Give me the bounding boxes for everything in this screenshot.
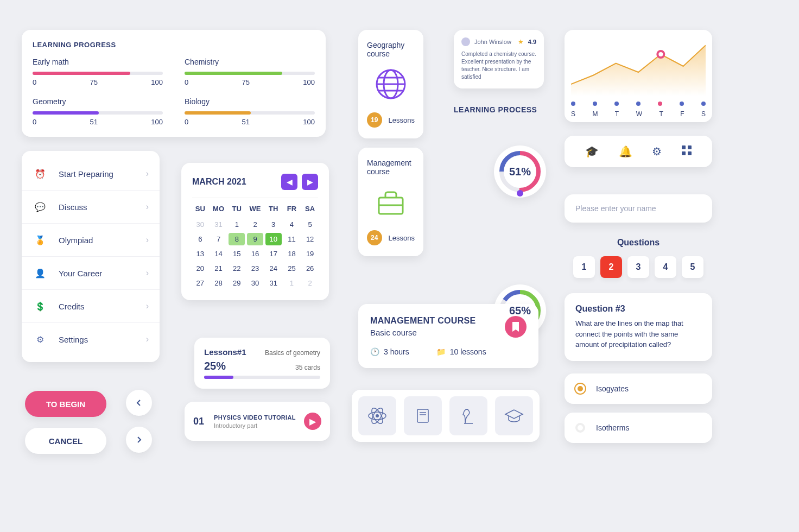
chevron-right-icon: › <box>146 202 149 212</box>
calendar-day[interactable]: 1 <box>284 277 300 289</box>
management-course-card[interactable]: Management course 24 Lessons <box>358 148 423 256</box>
video-tutorial-card[interactable]: 01 PHYSICS VIDEO TUTORIAL Introductory p… <box>185 402 330 441</box>
gear-icon[interactable]: ⚙ <box>652 145 662 158</box>
calendar-day[interactable]: 18 <box>284 248 300 260</box>
menu-icon: 💲 <box>33 299 48 314</box>
menu-icon: ⚙ <box>33 332 48 347</box>
calendar-day[interactable]: 30 <box>192 218 208 231</box>
menu-icon: ⏰ <box>33 166 48 181</box>
menu-item[interactable]: ⚙Settings› <box>22 323 160 356</box>
calendar-day[interactable]: 31 <box>211 218 227 231</box>
calendar-day[interactable]: 22 <box>229 262 245 275</box>
mgmt-subtitle: Basic course <box>370 328 475 337</box>
calendar-day[interactable]: 2 <box>302 277 318 289</box>
question-number-button[interactable]: 1 <box>573 256 595 278</box>
answer-label: Isogyates <box>596 384 629 393</box>
donut-value: 65% <box>509 305 531 317</box>
play-icon[interactable]: ▶ <box>304 413 321 430</box>
course-title: Geography course <box>367 41 415 58</box>
calendar-day[interactable]: 27 <box>192 277 208 289</box>
name-input[interactable]: Please enter your name <box>565 194 712 223</box>
svg-point-16 <box>376 414 379 417</box>
calendar-day[interactable]: 23 <box>247 262 263 275</box>
menu-item[interactable]: ⏰Start Preparing› <box>22 157 160 191</box>
calendar-day[interactable]: 24 <box>265 262 282 275</box>
globe-icon <box>375 68 407 100</box>
calendar-day[interactable]: 4 <box>284 218 300 231</box>
menu-label: Discuss <box>59 202 146 212</box>
progress-label: Biology <box>185 97 315 106</box>
calendar-day[interactable]: 19 <box>302 248 318 260</box>
progress-label: Chemistry <box>185 58 315 66</box>
to-begin-button[interactable]: TO BEGIN <box>25 391 106 417</box>
calendar-day[interactable]: 30 <box>247 277 263 289</box>
calendar-day[interactable]: 25 <box>284 262 300 275</box>
grid-icon[interactable] <box>682 145 692 158</box>
menu-item[interactable]: 💬Discuss› <box>22 191 160 224</box>
calendar-day[interactable]: 1 <box>229 218 245 231</box>
lessons-count-badge: 19 <box>367 112 382 128</box>
calendar-day[interactable]: 31 <box>265 277 282 289</box>
calendar-day[interactable]: 3 <box>265 218 282 231</box>
menu-item[interactable]: 🏅Olympiad› <box>22 224 160 257</box>
svg-rect-24 <box>688 151 692 155</box>
answer-option[interactable]: Isotherms <box>565 413 712 443</box>
calendar-day[interactable]: 11 <box>284 233 300 245</box>
calendar-day[interactable]: 29 <box>229 277 245 289</box>
question-title: Question #3 <box>575 304 701 314</box>
menu-item[interactable]: 👤Your Career› <box>22 257 160 290</box>
question-text: What are the lines on the map that conne… <box>575 318 701 350</box>
menu-icon: 🏅 <box>33 232 48 248</box>
calendar-title: MARCH 2021 <box>192 177 246 187</box>
calendar-day[interactable]: 7 <box>211 233 227 245</box>
calendar-day[interactable]: 21 <box>211 262 227 275</box>
calendar-day[interactable]: 10 <box>265 233 282 245</box>
calendar-day[interactable]: 16 <box>247 248 263 260</box>
graduation-cap-icon[interactable] <box>495 396 533 435</box>
calendar-day[interactable]: 5 <box>302 218 318 231</box>
calendar-prev-button[interactable]: ◀ <box>281 174 297 190</box>
svg-rect-21 <box>682 145 686 149</box>
calendar-day[interactable]: 26 <box>302 262 318 275</box>
chevron-right-icon: › <box>146 301 149 311</box>
calendar-day[interactable]: 20 <box>192 262 208 275</box>
answer-option[interactable]: Isogyates <box>565 373 712 404</box>
calendar-day[interactable]: 8 <box>229 233 245 245</box>
next-button[interactable] <box>126 427 152 453</box>
svg-rect-22 <box>688 145 692 149</box>
atom-icon[interactable] <box>358 396 396 435</box>
folder-icon: 📁 <box>436 347 446 356</box>
lessons-count-badge: 24 <box>367 230 382 245</box>
calendar-day[interactable]: 15 <box>229 248 245 260</box>
question-number-button[interactable]: 4 <box>655 256 676 278</box>
bookmark-button[interactable] <box>505 316 527 338</box>
question-number-button[interactable]: 3 <box>627 256 649 278</box>
chess-knight-icon[interactable] <box>449 396 487 435</box>
prev-button[interactable] <box>126 390 152 416</box>
clock-icon: 🕐 <box>370 347 379 356</box>
cancel-button[interactable]: CANCEL <box>25 428 106 454</box>
radio-selected-icon <box>575 384 585 394</box>
menu-item[interactable]: 💲Credits› <box>22 290 160 323</box>
calendar-day[interactable]: 13 <box>192 248 208 260</box>
bell-icon[interactable]: 🔔 <box>619 145 632 158</box>
book-icon[interactable] <box>404 396 442 435</box>
calendar-next-button[interactable]: ▶ <box>302 174 318 190</box>
calendar-day[interactable]: 12 <box>302 233 318 245</box>
geography-course-card[interactable]: Geography course 19 Lessons <box>358 30 423 138</box>
chevron-right-icon: › <box>146 268 149 278</box>
calendar-day[interactable]: 28 <box>211 277 227 289</box>
graduation-cap-icon[interactable]: 🎓 <box>585 145 599 158</box>
calendar-day[interactable]: 17 <box>265 248 282 260</box>
calendar-day[interactable]: 14 <box>211 248 227 260</box>
star-icon: ★ <box>518 38 524 46</box>
calendar-day[interactable]: 2 <box>247 218 263 231</box>
question-number-button[interactable]: 5 <box>682 256 703 278</box>
chart-day-label: F <box>680 110 684 118</box>
calendar-day[interactable]: 6 <box>192 233 208 245</box>
calendar-day[interactable]: 9 <box>247 233 263 245</box>
lesson-progress-bar <box>204 376 320 379</box>
question-number-button[interactable]: 2 <box>600 256 622 278</box>
progress-label: Geometry <box>33 97 163 106</box>
menu-icon: 💬 <box>33 199 48 214</box>
